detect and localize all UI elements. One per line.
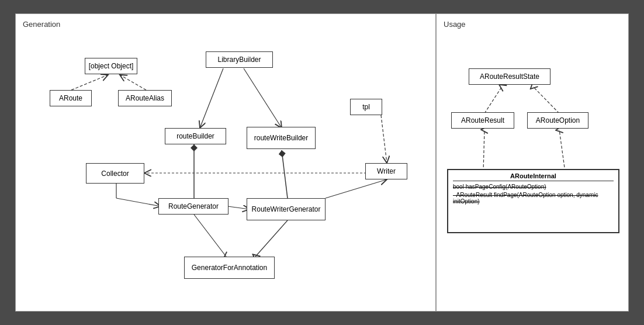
generation-panel: Generation [15,13,436,312]
svg-line-7 [282,150,288,198]
box-aroute-root: [object Object] [85,58,137,74]
svg-line-11 [116,198,161,206]
box-aroute-result-state: ARouteResultState [469,68,550,85]
svg-line-2 [71,75,108,90]
aroute-internal-method1: bool hasPageConfig(ARouteOption) [453,184,614,190]
box-tpl: tpl [350,99,382,115]
box-aroute-option: ARouteOption [527,112,588,129]
svg-line-13 [194,215,226,257]
svg-line-16 [484,87,502,113]
svg-line-19 [559,130,565,172]
aroute-internal-title: ARouteInternal [453,172,614,181]
box-library-builder: LibraryBuilder [206,51,273,68]
box-collector: Collector [86,163,144,184]
box-route-generator: RouteGenerator [158,198,228,215]
box-generator-for-annotation: GeneratorForAnnotation [184,257,275,279]
main-container: Generation [15,13,629,312]
box-aroute-result: ARouteResult [451,112,514,129]
svg-line-8 [381,115,387,163]
svg-line-18 [483,130,484,172]
box-route-builder: routeBuilder [165,128,226,144]
usage-arrows [437,14,628,311]
box-aroute-internal: ARouteInternal bool hasPageConfig(ARoute… [447,169,619,233]
box-route-write-builder: routeWriteBuilder [247,127,316,149]
box-writer: Writer [365,163,407,179]
generation-label: Generation [23,20,60,29]
aroute-internal-method2: - ARouteResult findPage(ARouteOption opt… [453,192,614,205]
svg-line-4 [200,68,223,128]
usage-label: Usage [444,20,466,29]
box-aroute: ARoute [50,90,92,106]
svg-line-15 [326,179,387,198]
box-route-writer-generator: RouteWriterGenerator [247,198,326,220]
svg-line-3 [120,75,146,90]
svg-line-5 [244,68,282,128]
svg-line-17 [533,87,559,113]
svg-line-14 [255,220,288,257]
box-aroute-alias: ARouteAlias [118,90,172,106]
usage-panel: Usage ARouteResultState ARouteResult [436,13,629,312]
